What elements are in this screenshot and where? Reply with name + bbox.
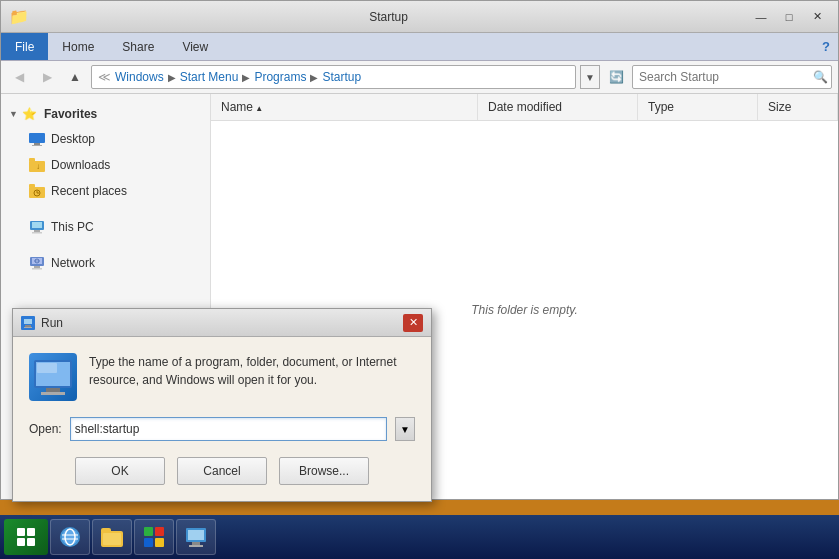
downloads-icon: ↓: [29, 157, 45, 173]
title-bar-icons: 📁: [9, 7, 29, 26]
back-button[interactable]: ◀: [7, 65, 31, 89]
svg-rect-31: [27, 528, 35, 536]
run-open-input[interactable]: [70, 417, 387, 441]
svg-text:↓: ↓: [36, 162, 40, 171]
network-label: Network: [51, 256, 95, 270]
svg-rect-33: [27, 538, 35, 546]
title-bar-controls: — □ ✕: [748, 6, 830, 28]
up-button[interactable]: ▲: [63, 65, 87, 89]
path-item-startmenu[interactable]: Start Menu: [180, 70, 239, 84]
refresh-button[interactable]: 🔄: [604, 65, 628, 89]
sidebar-section-favorites[interactable]: ▼ ⭐ Favorites: [1, 102, 210, 126]
taskbar-item-ie[interactable]: [50, 519, 90, 555]
path-separator-1: ≪: [98, 70, 111, 84]
run-dialog-icon: [21, 316, 35, 330]
col-header-date[interactable]: Date modified: [478, 94, 638, 120]
recent-places-label: Recent places: [51, 184, 127, 198]
svg-rect-47: [188, 530, 204, 540]
svg-rect-18: [32, 268, 42, 270]
run-browse-button[interactable]: Browse...: [279, 457, 369, 485]
run-open-label: Open:: [29, 422, 62, 436]
sidebar-divider-2: [1, 240, 210, 250]
sidebar-item-network[interactable]: Network: [1, 250, 210, 276]
col-header-size[interactable]: Size: [758, 94, 838, 120]
tab-view[interactable]: View: [168, 33, 222, 60]
svg-rect-44: [144, 538, 153, 547]
run-dialog-body: Type the name of a program, folder, docu…: [13, 337, 431, 501]
recent-places-icon: [29, 183, 45, 199]
svg-rect-2: [32, 145, 42, 146]
tab-share[interactable]: Share: [108, 33, 168, 60]
svg-rect-32: [17, 538, 25, 546]
address-dropdown-button[interactable]: ▼: [580, 65, 600, 89]
ribbon: File Home Share View ?: [1, 33, 838, 61]
taskbar-item-filemanager[interactable]: [92, 519, 132, 555]
tab-home[interactable]: Home: [48, 33, 108, 60]
run-open-row: Open: ▼: [29, 417, 415, 441]
svg-rect-29: [37, 363, 57, 373]
path-sep-3: ▶: [310, 72, 318, 83]
sidebar-divider-1: [1, 204, 210, 214]
col-header-name[interactable]: Name: [211, 94, 478, 120]
desktop-label: Desktop: [51, 132, 95, 146]
svg-rect-4: [29, 158, 35, 162]
search-button[interactable]: 🔍: [809, 66, 831, 88]
taskbar-item-store[interactable]: [134, 519, 174, 555]
run-dialog: Run ✕ Type the name of a program, folder…: [12, 308, 432, 502]
taskbar-item-app[interactable]: [176, 519, 216, 555]
svg-rect-13: [34, 230, 40, 232]
run-buttons: OK Cancel Browse...: [29, 457, 415, 485]
favorites-chevron: ▼: [9, 109, 18, 119]
path-item-windows[interactable]: Windows: [115, 70, 164, 84]
svg-rect-45: [155, 538, 164, 547]
svg-rect-23: [25, 325, 31, 327]
sidebar-item-thispc[interactable]: This PC: [1, 214, 210, 240]
svg-rect-43: [155, 527, 164, 536]
svg-rect-22: [24, 319, 32, 324]
run-ok-button[interactable]: OK: [75, 457, 165, 485]
sidebar-item-downloads[interactable]: ↓ Downloads: [1, 152, 210, 178]
path-sep-2: ▶: [242, 72, 250, 83]
svg-rect-12: [32, 222, 42, 228]
favorites-icon: ⭐: [22, 106, 38, 122]
forward-button[interactable]: ▶: [35, 65, 59, 89]
search-box: 🔍: [632, 65, 832, 89]
sidebar-item-desktop[interactable]: Desktop: [1, 126, 210, 152]
minimize-button[interactable]: —: [748, 6, 774, 28]
col-header-type[interactable]: Type: [638, 94, 758, 120]
svg-rect-42: [144, 527, 153, 536]
svg-rect-24: [24, 327, 32, 328]
run-cancel-button[interactable]: Cancel: [177, 457, 267, 485]
run-top-section: Type the name of a program, folder, docu…: [29, 353, 415, 401]
sidebar-item-recent[interactable]: Recent places: [1, 178, 210, 204]
title-bar: 📁 Startup — □ ✕: [1, 1, 838, 33]
tab-file[interactable]: File: [1, 33, 48, 60]
svg-rect-0: [29, 133, 45, 143]
desktop-icon: [29, 131, 45, 147]
run-close-button[interactable]: ✕: [403, 314, 423, 332]
svg-rect-17: [34, 266, 40, 268]
close-button[interactable]: ✕: [804, 6, 830, 28]
svg-rect-14: [32, 232, 42, 234]
path-item-startup[interactable]: Startup: [322, 70, 361, 84]
thispc-label: This PC: [51, 220, 94, 234]
file-list-header: Name Date modified Type Size: [211, 94, 838, 121]
search-input[interactable]: [633, 70, 809, 84]
svg-rect-27: [46, 388, 60, 392]
start-button[interactable]: [4, 519, 48, 555]
svg-rect-48: [192, 542, 200, 545]
run-dropdown-button[interactable]: ▼: [395, 417, 415, 441]
path-item-programs[interactable]: Programs: [254, 70, 306, 84]
svg-rect-1: [34, 143, 40, 145]
maximize-button[interactable]: □: [776, 6, 802, 28]
window-title: Startup: [29, 10, 748, 24]
run-icon: [29, 353, 77, 401]
address-path[interactable]: ≪ Windows ▶ Start Menu ▶ Programs ▶ Star…: [91, 65, 576, 89]
address-bar: ◀ ▶ ▲ ≪ Windows ▶ Start Menu ▶ Programs …: [1, 61, 838, 94]
downloads-label: Downloads: [51, 158, 110, 172]
path-sep-1: ▶: [168, 72, 176, 83]
help-button[interactable]: ?: [814, 33, 838, 60]
run-title-bar: Run ✕: [13, 309, 431, 337]
run-description: Type the name of a program, folder, docu…: [89, 353, 415, 401]
svg-rect-41: [103, 533, 121, 545]
